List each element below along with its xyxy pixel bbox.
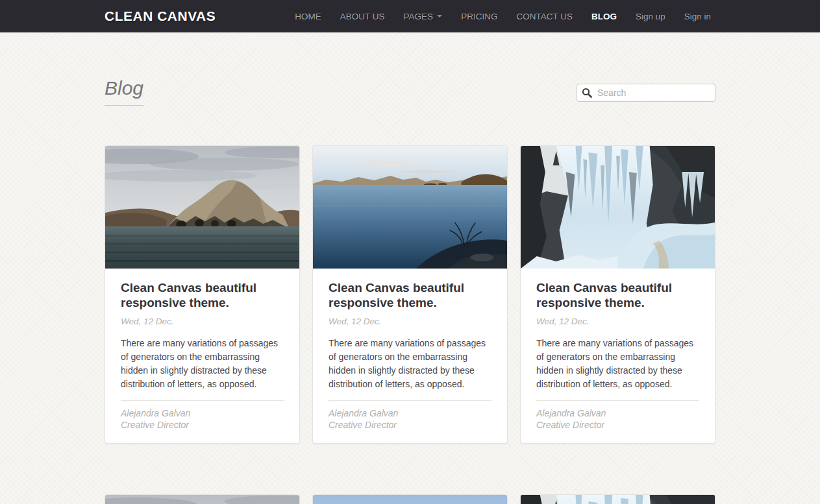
card-divider (329, 400, 491, 401)
rocky-coast-photo[interactable] (105, 146, 299, 269)
nav-item-home[interactable]: HOME (295, 12, 321, 21)
nav-item-sign-up[interactable]: Sign up (636, 12, 665, 21)
nav-item-pages-label: PAGES (404, 12, 434, 21)
blog-post-card (520, 494, 715, 504)
blog-post-card (312, 494, 508, 504)
brand-logo[interactable]: CLEAN CANVAS (105, 8, 216, 24)
card-body: Clean Canvas beautiful responsive theme.… (313, 269, 507, 443)
cloudy-sky-photo[interactable] (105, 495, 299, 504)
blog-card-grid-row2 (105, 494, 715, 504)
post-author: Alejandra Galvan (329, 407, 491, 419)
post-excerpt: There are many variations of passages of… (329, 337, 493, 391)
post-author: Alejandra Galvan (121, 407, 284, 419)
blog-card-grid: Clean Canvas beautiful responsive theme.… (105, 145, 715, 444)
main-content: Blog Clean Canvas beautiful responsive t… (105, 78, 715, 504)
card-divider (536, 400, 699, 401)
blog-post-card: Clean Canvas beautiful responsive theme.… (312, 145, 508, 444)
nav-item-pricing[interactable]: PRICING (461, 12, 497, 21)
post-date: Wed, 12 Dec. (536, 317, 699, 326)
post-title[interactable]: Clean Canvas beautiful responsive theme. (329, 280, 491, 310)
card-body: Clean Canvas beautiful responsive theme.… (105, 269, 299, 443)
nav-item-about-us[interactable]: ABOUT US (340, 12, 385, 21)
nav-item-contact-us[interactable]: CONTACT US (516, 12, 573, 21)
post-date: Wed, 12 Dec. (329, 317, 491, 326)
card-body: Clean Canvas beautiful responsive theme.… (521, 269, 715, 443)
caret-down-icon (437, 15, 442, 18)
post-author: Alejandra Galvan (536, 407, 699, 419)
search-input[interactable] (577, 84, 715, 102)
post-excerpt: There are many variations of passages of… (121, 337, 286, 391)
icy-rocks-photo[interactable] (521, 495, 715, 504)
post-author-role: Creative Director (329, 419, 491, 431)
post-author-role: Creative Director (536, 419, 699, 431)
nav-item-sign-in[interactable]: Sign in (684, 12, 711, 21)
search-box (577, 84, 715, 102)
post-excerpt: There are many variations of passages of… (536, 337, 701, 391)
post-title[interactable]: Clean Canvas beautiful responsive theme. (536, 280, 699, 310)
blue-sky-photo[interactable] (313, 495, 507, 504)
sea-bay-photo[interactable] (313, 146, 507, 269)
post-date: Wed, 12 Dec. (121, 317, 284, 326)
frozen-waterfall-photo[interactable] (521, 146, 715, 269)
blog-post-card: Clean Canvas beautiful responsive theme.… (105, 145, 300, 444)
navbar: CLEAN CANVAS HOME ABOUT US PAGES PRICING… (0, 0, 820, 32)
nav-menu: HOME ABOUT US PAGES PRICING CONTACT US B… (295, 12, 711, 21)
blog-post-card (105, 494, 300, 504)
nav-item-blog[interactable]: BLOG (591, 12, 617, 21)
post-title[interactable]: Clean Canvas beautiful responsive theme. (121, 280, 284, 310)
page-head: Blog (105, 78, 715, 106)
page-title: Blog (105, 78, 143, 106)
card-divider (121, 400, 284, 401)
nav-item-pages[interactable]: PAGES (404, 12, 443, 21)
blog-post-card: Clean Canvas beautiful responsive theme.… (520, 145, 715, 444)
post-author-role: Creative Director (121, 419, 284, 431)
